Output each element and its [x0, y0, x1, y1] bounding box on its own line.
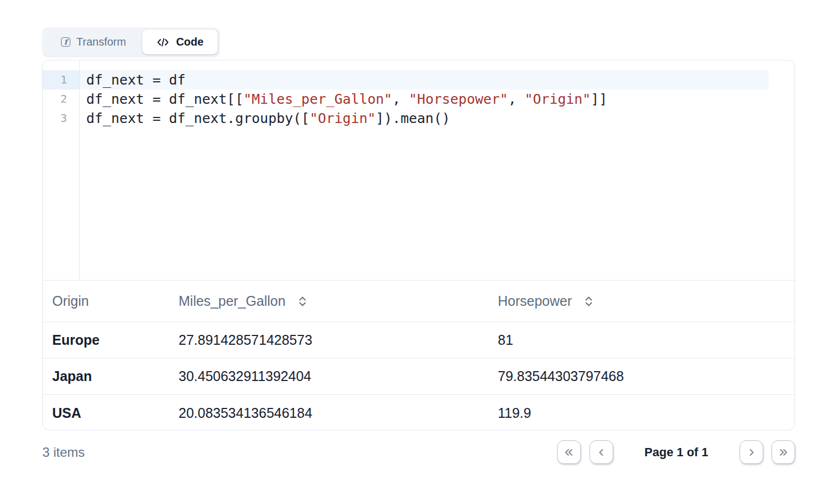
sort-icon[interactable]	[585, 296, 593, 307]
line-number: 2	[43, 89, 79, 109]
table-row[interactable]: Japan30.45063291139240479.83544303797468	[43, 359, 795, 395]
prev-page-button[interactable]	[590, 440, 613, 464]
code-lines: df_next = dfdf_next = df_next[["Miles_pe…	[80, 60, 795, 280]
prev-page-icon	[596, 447, 607, 458]
line-number-gutter: 123	[43, 60, 80, 280]
next-page-icon	[746, 447, 757, 458]
tab-transform[interactable]: f Transform	[45, 30, 142, 54]
app-root: f Transform Code 123 df_next = dfdf_next…	[0, 0, 833, 464]
column-label: Origin	[52, 293, 89, 309]
table-body: Europe27.89142857142857381Japan30.450632…	[43, 322, 795, 430]
column-label: Horsepower	[498, 293, 572, 309]
code-token: ]).mean()	[376, 110, 450, 126]
string-token: "Horsepower"	[409, 91, 508, 107]
result-table: Origin Miles_per_Gallon Horsepower	[43, 281, 795, 430]
first-page-icon	[563, 447, 575, 458]
code-token: ,	[508, 91, 525, 107]
table-row[interactable]: USA20.083534136546184119.9	[43, 395, 795, 430]
column-header-miles-per-gallon[interactable]: Miles_per_Gallon	[179, 293, 498, 309]
horsepower-cell: 119.9	[498, 405, 795, 421]
origin-cell: Japan	[43, 368, 179, 384]
sort-icon[interactable]	[298, 296, 307, 307]
code-token: ,	[392, 91, 409, 107]
first-page-button[interactable]	[557, 440, 581, 464]
table-footer: 3 items Page 1 of 1	[42, 440, 795, 464]
table-row[interactable]: Europe27.89142857142857381	[43, 322, 795, 359]
code-editor[interactable]: 123 df_next = dfdf_next = df_next[["Mile…	[43, 60, 795, 281]
horsepower-cell: 79.83544303797468	[498, 368, 795, 384]
origin-cell: USA	[43, 405, 179, 421]
function-icon: f	[61, 37, 70, 47]
code-line[interactable]: df_next = df_next[["Miles_per_Gallon", "…	[80, 89, 795, 109]
line-number: 1	[43, 70, 79, 89]
column-header-horsepower[interactable]: Horsepower	[498, 293, 795, 309]
miles-per-gallon-cell: 30.450632911392404	[179, 368, 498, 384]
page-indicator: Page 1 of 1	[645, 445, 708, 460]
tab-code-label: Code	[176, 36, 203, 48]
code-token: ]]	[591, 91, 607, 107]
next-page-button[interactable]	[740, 440, 763, 464]
code-token: df_next = df	[86, 72, 186, 88]
horsepower-cell: 81	[498, 332, 795, 348]
code-line[interactable]: df_next = df_next.groupby(["Origin"]).me…	[80, 109, 795, 128]
string-token: "Miles_per_Gallon"	[243, 91, 392, 107]
last-page-icon	[778, 447, 790, 458]
miles-per-gallon-cell: 20.083534136546184	[179, 405, 498, 421]
line-number: 3	[43, 109, 79, 128]
column-label: Miles_per_Gallon	[179, 293, 286, 309]
table-header-row: Origin Miles_per_Gallon Horsepower	[43, 281, 795, 322]
code-and-table-panel: 123 df_next = dfdf_next = df_next[["Mile…	[42, 60, 795, 430]
code-token: df_next = df_next[[	[86, 91, 243, 107]
view-toggle: f Transform Code	[42, 27, 220, 57]
code-token: df_next = df_next.groupby([	[86, 110, 309, 126]
last-page-button[interactable]	[771, 440, 795, 464]
tab-transform-label: Transform	[76, 36, 126, 48]
pagination: Page 1 of 1	[557, 440, 795, 464]
items-count: 3 items	[42, 445, 85, 460]
miles-per-gallon-cell: 27.891428571428573	[179, 332, 498, 348]
string-token: "Origin"	[309, 110, 375, 126]
code-line[interactable]: df_next = df	[80, 70, 769, 89]
string-token: "Origin"	[525, 91, 591, 107]
origin-cell: Europe	[43, 332, 179, 348]
column-header-origin: Origin	[43, 293, 179, 309]
code-icon	[157, 37, 169, 48]
tab-code[interactable]: Code	[142, 30, 218, 54]
